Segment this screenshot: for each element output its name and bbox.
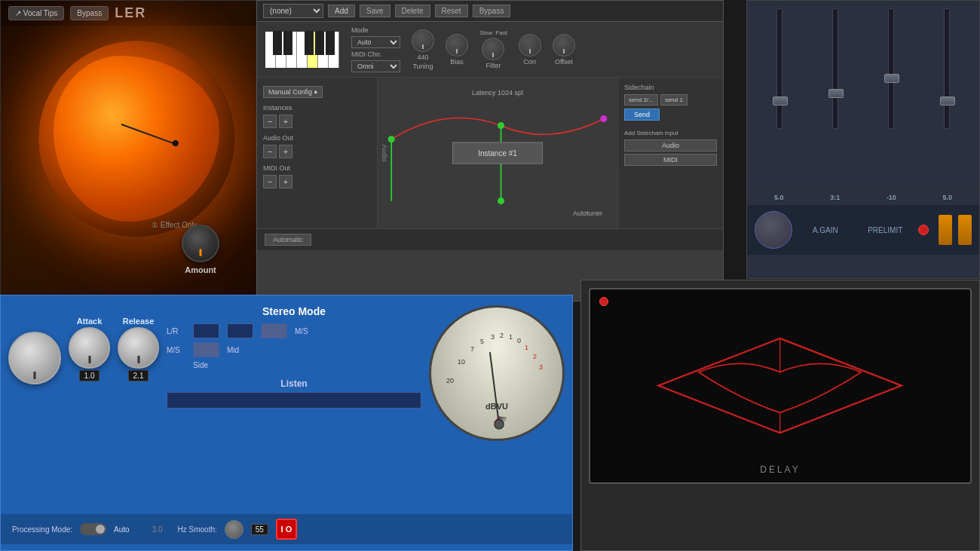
release-label: Release [123, 317, 155, 326]
svg-point-23 [495, 420, 504, 429]
listen-button[interactable] [167, 392, 421, 409]
filter-group: Slow Fast Filter [479, 29, 507, 69]
send1-button[interactable]: send 1 [660, 94, 688, 106]
release-section: Release 2.1 [118, 302, 159, 381]
amount-knob[interactable] [182, 225, 219, 262]
add-audio-button[interactable]: Audio [624, 139, 717, 152]
fader-handle-4[interactable] [940, 96, 955, 106]
gain-knob[interactable] [755, 211, 792, 249]
side-row: Side [167, 361, 421, 369]
automatic-button[interactable]: Automatic [265, 234, 311, 246]
midi-chn-select[interactable]: Omni [351, 60, 400, 72]
autotuner-controls: Mode Auto MIDI Chn. Omni 440 Tuning Bias… [257, 22, 723, 78]
corr-knob[interactable] [519, 34, 541, 57]
instances-label: Instances [263, 104, 371, 112]
ms-btn[interactable] [261, 323, 287, 338]
fader-handle-2[interactable] [828, 89, 844, 98]
hz-smooth-knob[interactable] [225, 520, 243, 539]
attack-value: 1.0 [79, 370, 100, 381]
compression-knob[interactable] [8, 332, 61, 384]
send2-button[interactable]: send 2/... [624, 94, 658, 106]
manual-config-button[interactable]: Manual Config ♦ [263, 86, 323, 98]
tuning-label: Tuning [412, 63, 433, 70]
at-right-panel: Sidechain send 2/... send 1 Send Add Sid… [617, 78, 723, 228]
vu-meter-svg: 20 10 7 5 3 2 1 0 1 2 3 [431, 308, 565, 441]
vu-meter: 20 10 7 5 3 2 1 0 1 2 3 [429, 305, 565, 441]
instances-plus[interactable]: + [279, 115, 292, 128]
mode-label: Mode [351, 26, 400, 34]
latency-label: Latency 1024 spl [472, 89, 523, 96]
midi-out-controls: − + [263, 175, 371, 188]
reset-button[interactable]: Reset [435, 5, 468, 17]
auto-label: Auto [114, 525, 130, 534]
stereo-bottom-controls: Processing Mode: Auto 3.0 Hz Smooth: 55 … [1, 514, 572, 544]
ch4-value: 5.0 [923, 194, 972, 201]
mixer-bottom-section: A.GAIN PRELIMIT [747, 205, 979, 255]
svg-point-2 [388, 136, 395, 142]
release-knob[interactable] [118, 327, 159, 369]
at-left-panel: Manual Config ♦ Instances − + Audio Out … [257, 78, 378, 228]
mode-select[interactable]: Auto [351, 36, 400, 48]
save-button[interactable]: Save [360, 5, 390, 17]
attack-knob[interactable] [69, 327, 110, 369]
orange-bar-indicator-2 [958, 215, 972, 245]
delay-panel: DELAY [580, 280, 980, 551]
vocal-plugin-panel: ↗ Vocal Tips Bypass LER ① Effect Only Am… [0, 0, 279, 317]
add-midi-button[interactable]: MIDI [624, 154, 717, 166]
offset-knob[interactable] [553, 34, 575, 57]
clip-indicator [918, 225, 929, 235]
ms-label: M/S [295, 327, 308, 335]
svg-point-3 [498, 197, 504, 204]
svg-text:20: 20 [446, 377, 454, 384]
preset-select[interactable]: (none) [263, 4, 323, 18]
midi-out-plus[interactable]: + [279, 175, 292, 188]
svg-text:7: 7 [470, 345, 474, 353]
piano-black-key [326, 31, 335, 55]
autotuner-panel: (none) Add Save Delete Reset Bypass [256, 0, 724, 302]
fader-handle-3[interactable] [884, 74, 899, 83]
send-button[interactable]: Send [624, 109, 660, 121]
vocal-tips-button[interactable]: ↗ Vocal Tips [8, 6, 64, 20]
fast-label: Fast [495, 29, 507, 36]
bypass-button-at[interactable]: Bypass [473, 5, 511, 17]
fader-handle-1[interactable] [773, 96, 788, 106]
mixer-faders-area [747, 1, 979, 189]
amount-label: Amount [185, 265, 216, 274]
delay-screen: DELAY [589, 288, 972, 484]
bias-knob[interactable] [446, 34, 468, 57]
vocal-header: ↗ Vocal Tips Bypass LER [1, 1, 278, 26]
power-button[interactable]: I O [276, 519, 297, 540]
audio-out-minus[interactable]: − [263, 145, 277, 158]
svg-line-22 [490, 353, 499, 424]
offset-group: Offset [553, 34, 575, 66]
listen-label: Listen [167, 378, 421, 389]
fader-track-4 [944, 8, 950, 129]
release-value: 2.1 [128, 370, 149, 381]
sidechain-label: Sidechain [624, 84, 717, 91]
release-group: Release 2.1 [118, 317, 159, 381]
filter-knob[interactable] [482, 38, 504, 60]
tuning-knob[interactable] [412, 29, 434, 52]
add-button[interactable]: Add [328, 5, 355, 17]
bias-label: Bias [450, 58, 464, 66]
instances-minus[interactable]: − [263, 115, 277, 128]
delete-button[interactable]: Delete [395, 5, 430, 17]
midi-out-minus[interactable]: − [263, 175, 277, 188]
lr-btn-2[interactable] [227, 323, 253, 338]
bypass-button[interactable]: Bypass [70, 6, 109, 20]
ms-btn-2[interactable] [193, 342, 219, 357]
offset-label: Offset [555, 58, 573, 66]
routing-center: Audio Latency 1024 spl Inst [378, 78, 617, 228]
lr-btn-1[interactable] [193, 323, 219, 338]
audio-out-plus[interactable]: + [279, 145, 292, 158]
piano-black-key [283, 31, 292, 55]
amount-knob-area: Amount [182, 225, 219, 274]
processing-mode-toggle[interactable] [80, 523, 106, 535]
piano-black-key [315, 31, 324, 55]
bias-group: Bias [446, 34, 468, 66]
svg-point-1 [498, 122, 504, 129]
attack-group: Attack 1.0 [69, 317, 110, 381]
svg-text:1: 1 [509, 333, 513, 341]
svg-text:2: 2 [500, 332, 504, 339]
mixer-channel-2 [810, 8, 860, 182]
